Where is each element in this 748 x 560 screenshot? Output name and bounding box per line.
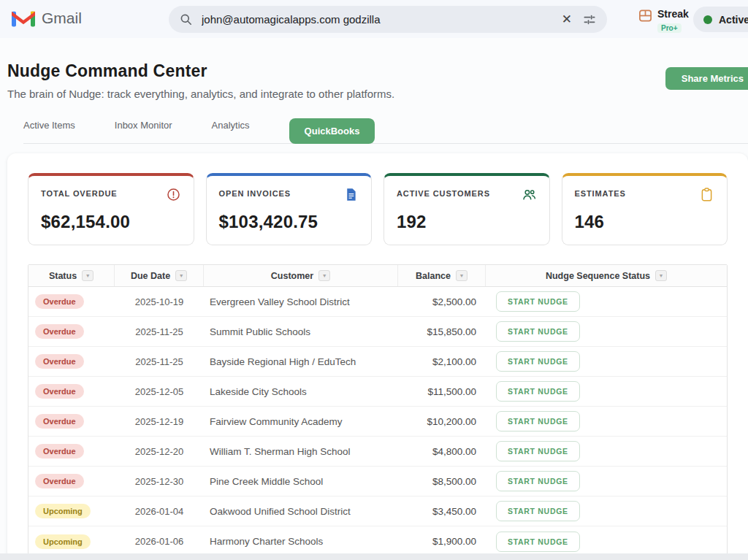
due-date-cell: 2025-12-19 [115,416,204,427]
search-input[interactable] [202,13,554,26]
customer-cell: Harmony Charter Schools [204,536,398,547]
column-header-customer: Customer▼ [204,265,398,286]
start-nudge-button[interactable]: START NUDGE [496,501,580,521]
table-row: Overdue2025-12-05Lakeside City Schools$1… [28,377,727,407]
balance-cell: $10,200.00 [398,416,486,427]
due-date-cell: 2026-01-06 [115,536,204,547]
status-badge: Overdue [35,474,84,488]
table-header-row: Status▼Due Date▼Customer▼Balance▼Nudge S… [28,265,727,287]
status-badge: Upcoming [35,504,91,518]
alert-icon [166,187,181,202]
nudge-action-cell: START NUDGE [486,291,727,312]
balance-cell: $2,500.00 [398,296,486,307]
column-filter-icon[interactable]: ▼ [655,270,667,281]
status-badge: Overdue [35,414,84,429]
balance-cell: $8,500.00 [398,476,486,487]
status-cell: Overdue [28,354,115,369]
column-header-balance: Balance▼ [398,265,486,286]
column-label: Status [49,271,77,281]
people-icon [522,187,537,202]
page-subtitle: The brain of Nudge: track everything, an… [7,88,748,100]
stat-cards: TOTAL OVERDUE$62,154.00OPEN INVOICES$103… [28,173,728,245]
table-row: Overdue2025-11-25Summit Public Schools$1… [28,317,727,347]
due-date-cell: 2025-11-25 [115,326,204,337]
column-filter-icon[interactable]: ▼ [175,270,187,281]
tab-quickbooks[interactable]: QuickBooks [289,118,375,144]
customer-cell: Fairview Community Academy [204,416,398,427]
tab-active-items[interactable]: Active Items [23,120,75,139]
status-cell: Overdue [28,444,115,459]
due-date-cell: 2025-10-19 [115,296,204,307]
table-row: Overdue2025-12-19Fairview Community Acad… [28,407,727,437]
customer-cell: Oakwood Unified School District [204,506,398,517]
balance-cell: $2,100.00 [398,356,486,367]
start-nudge-button[interactable]: START NUDGE [496,321,580,342]
card-label: ACTIVE CUSTOMERS [397,187,490,198]
nudge-action-cell: START NUDGE [486,321,727,342]
streak-label: Streak [657,8,689,20]
start-nudge-button[interactable]: START NUDGE [496,411,580,431]
streak-extension[interactable]: Streak Pro+ [638,7,689,34]
column-filter-icon[interactable]: ▼ [82,270,94,281]
status-badge: Overdue [35,324,84,339]
active-dot-icon [703,15,712,24]
start-nudge-button[interactable]: START NUDGE [496,532,580,552]
nudge-action-cell: START NUDGE [486,381,727,402]
status-cell: Upcoming [28,534,115,549]
column-header-nudge-sequence-status: Nudge Sequence Status▼ [486,265,727,286]
due-date-cell: 2026-01-04 [115,506,204,517]
invoice-icon [343,187,359,202]
card-label: ESTIMATES [575,187,626,198]
gmail-topbar: Gmail ✕ Streak Pro+ [0,0,748,38]
customer-cell: Bayside Regional High / EduTech [204,356,398,367]
customer-cell: William T. Sherman High School [204,446,398,457]
nudge-action-cell: START NUDGE [486,532,727,552]
status-badge: Overdue [35,444,84,459]
page-header: Nudge Command Center The brain of Nudge:… [0,38,748,100]
gmail-brand[interactable]: Gmail [12,9,82,27]
status-badge[interactable]: Active [693,7,748,32]
status-badge: Overdue [35,294,84,309]
search-bar[interactable]: ✕ [169,6,607,33]
search-options-icon[interactable] [582,12,597,27]
column-header-due-date: Due Date▼ [115,265,204,286]
start-nudge-button[interactable]: START NUDGE [496,471,580,491]
card-value: $103,420.75 [219,212,359,232]
due-date-cell: 2025-11-25 [115,356,204,367]
column-label: Nudge Sequence Status [546,271,650,281]
table-row: Overdue2025-12-20William T. Sherman High… [28,437,727,467]
nudge-action-cell: START NUDGE [486,351,727,372]
share-metrics-button[interactable]: Share Metrics [665,67,748,90]
active-label: Active [719,14,748,26]
status-badge: Overdue [35,354,84,369]
start-nudge-button[interactable]: START NUDGE [496,381,580,402]
clear-search-icon[interactable]: ✕ [554,12,579,27]
column-label: Customer [271,271,313,281]
invoices-table: Status▼Due Date▼Customer▼Balance▼Nudge S… [28,264,728,553]
status-cell: Overdue [28,324,115,339]
nudge-action-cell: START NUDGE [486,471,727,491]
start-nudge-button[interactable]: START NUDGE [496,441,580,461]
due-date-cell: 2025-12-05 [115,386,204,397]
streak-icon [638,9,652,23]
table-row: Overdue2025-10-19Evergreen Valley School… [28,287,727,317]
start-nudge-button[interactable]: START NUDGE [496,291,580,312]
column-filter-icon[interactable]: ▼ [456,270,468,281]
customer-cell: Lakeside City Schools [204,386,398,397]
table-row: Upcoming2026-01-06Harmony Charter School… [28,526,727,553]
tab-analytics[interactable]: Analytics [212,120,250,139]
status-cell: Overdue [28,294,115,309]
tab-inbox-monitor[interactable]: Inbox Monitor [115,120,172,139]
page-title: Nudge Command Center [7,61,748,81]
status-cell: Overdue [28,474,115,488]
balance-cell: $15,850.00 [398,326,486,337]
gmail-logo-icon [12,9,35,27]
column-label: Due Date [131,271,170,281]
balance-cell: $1,900.00 [398,536,486,547]
column-filter-icon[interactable]: ▼ [318,270,330,281]
status-badge: Overdue [35,384,84,399]
start-nudge-button[interactable]: START NUDGE [496,351,580,372]
app-window: Gmail ✕ Streak Pro+ [0,0,748,553]
stat-card-estimates: ESTIMATES146 [562,173,728,245]
status-cell: Overdue [28,414,115,429]
